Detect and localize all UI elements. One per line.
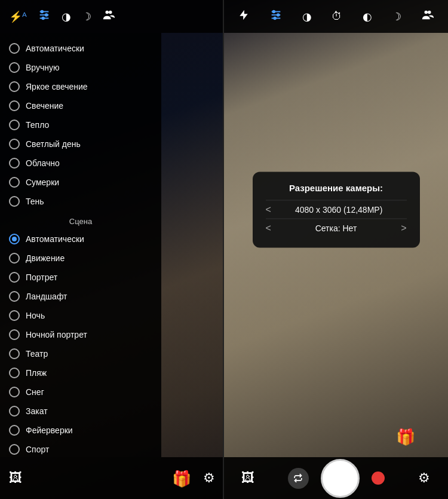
right-top-toolbar: ◑ ⏱ ◐ ☽ — [224, 0, 448, 33]
radio-sneg — [9, 387, 20, 397]
resolution-popup: Разрешение камеры: < 4080 x 3060 (12,48M… — [253, 172, 420, 247]
people-icon[interactable] — [99, 5, 118, 27]
menu-label-sumerki: Сумерки — [26, 177, 59, 187]
timer-icon-right[interactable]: ⏱ — [329, 7, 345, 26]
svg-point-16 — [428, 11, 431, 14]
menu-item-feyerverki[interactable]: Фейерверки — [0, 421, 161, 440]
gift-icon-right[interactable]: 🎁 — [396, 428, 415, 446]
svg-point-4 — [45, 14, 48, 16]
grid-row: < Сетка: Нет > — [266, 218, 407, 237]
radio-dvizhenie — [9, 253, 20, 264]
left-bottom-toolbar: 🖼 🎁 ⚙ — [0, 457, 224, 499]
moon-icon-right[interactable]: ☽ — [389, 7, 404, 26]
menu-item-landshaft[interactable]: Ландшафт — [0, 287, 161, 306]
menu-label-yarkoe: Яркое свечение — [26, 82, 88, 91]
right-panel: ◑ ⏱ ◐ ☽ Разрешение камеры: < 4080 x 3060… — [224, 0, 448, 499]
right-bottom-toolbar: 🖼 ⚙ — [224, 457, 448, 499]
menu-item-yarkoe[interactable]: Яркое свечение — [0, 77, 161, 96]
svg-point-6 — [106, 11, 109, 14]
contrast-icon-right[interactable]: ◐ — [360, 7, 375, 26]
menu-label-landshaft: Ландшафт — [26, 292, 67, 301]
camera-switch-button[interactable] — [288, 468, 309, 489]
svg-point-13 — [277, 14, 280, 16]
menu-item-zakat[interactable]: Закат — [0, 402, 161, 421]
menu-label-feyerverki: Фейерверки — [26, 425, 73, 435]
scene-section-title: Сцена — [0, 211, 161, 229]
radio-teatr — [9, 348, 20, 359]
radio-landshaft — [9, 291, 20, 302]
grid-value: Сетка: Нет — [271, 223, 401, 232]
menu-label-teatr: Театр — [26, 349, 48, 359]
shutter-button[interactable] — [321, 459, 360, 498]
menu-item-sneg[interactable]: Снег — [0, 382, 161, 402]
radio-plyazh — [9, 368, 20, 378]
radio-zakat — [9, 406, 20, 417]
left-panel: ⚡ᴬ ◑ ☽ Автоматически Вручную — [0, 0, 224, 499]
menu-item-vruchnuyu[interactable]: Вручную — [0, 58, 161, 77]
settings-icon-left[interactable]: ⚙ — [203, 470, 215, 486]
menu-item-ten[interactable]: Тень — [0, 192, 161, 211]
menu-label-dvizhenie: Движение — [26, 253, 65, 263]
menu-item-teplo[interactable]: Тепло — [0, 115, 161, 134]
grid-arrow-left[interactable]: < — [266, 222, 271, 233]
resolution-arrow-left[interactable]: < — [266, 204, 271, 215]
record-button[interactable] — [372, 472, 385, 485]
radio-portret — [9, 272, 20, 283]
menu-label-svetliy: Светлый день — [26, 139, 81, 149]
people-icon-right[interactable] — [418, 5, 437, 27]
gallery-icon-left[interactable]: 🖼 — [9, 470, 22, 486]
gift-icon-left[interactable]: 🎁 — [172, 470, 191, 488]
menu-item-svetliy[interactable]: Светлый день — [0, 134, 161, 154]
menu-item-oblachno[interactable]: Облачно — [0, 154, 161, 173]
menu-item-noch[interactable]: Ночь — [0, 306, 161, 325]
half-circle-icon[interactable]: ◑ — [59, 7, 74, 26]
radio-sumerki — [9, 177, 20, 188]
filter-icon-right[interactable] — [266, 5, 286, 27]
resolution-value: 4080 x 3060 (12,48MP) — [271, 204, 407, 214]
svg-marker-8 — [240, 10, 247, 20]
radio-noch — [9, 310, 20, 321]
menu-label-sport: Спорт — [26, 445, 49, 454]
settings-area-right: ⚙ — [400, 470, 448, 486]
radio-ten — [9, 196, 20, 207]
menu-item-nochnoj-portret[interactable]: Ночной портрет — [0, 325, 161, 344]
flash-icon-right[interactable] — [235, 6, 253, 27]
menu-item-portret[interactable]: Портрет — [0, 268, 161, 287]
radio-feyerverki — [9, 425, 20, 436]
settings-icon-right[interactable]: ⚙ — [418, 470, 430, 486]
menu-label-vruchnuyu: Вручную — [26, 63, 60, 72]
menu-item-teatr[interactable]: Театр — [0, 344, 161, 363]
flash-auto-icon[interactable]: ⚡ᴬ — [6, 7, 30, 26]
svg-point-15 — [425, 11, 428, 14]
svg-point-3 — [41, 11, 44, 13]
menu-label-scene-avtomaticheski: Автоматически — [26, 234, 84, 244]
menu-item-dvizhenie[interactable]: Движение — [0, 249, 161, 268]
menu-label-teplo: Тепло — [26, 120, 49, 130]
menu-item-sport[interactable]: Спорт — [0, 440, 161, 457]
grid-arrow-right[interactable]: > — [401, 222, 406, 233]
left-top-toolbar: ⚡ᴬ ◑ ☽ — [0, 0, 224, 33]
radio-oblachno — [9, 158, 20, 169]
radio-svechenie — [9, 100, 20, 111]
filter-icon[interactable] — [35, 5, 54, 27]
radio-avtomaticheski — [9, 43, 20, 54]
menu-label-svechenie: Свечение — [26, 101, 63, 111]
menu-item-sumerki[interactable]: Сумерки — [0, 173, 161, 192]
exposure-icon-right[interactable]: ◑ — [299, 7, 315, 26]
menu-item-svechenie[interactable]: Свечение — [0, 96, 161, 115]
menu-item-avtomaticheski-top[interactable]: Автоматически — [0, 39, 161, 58]
gallery-area-right: 🖼 — [224, 470, 272, 486]
menu-label-avtomaticheski-top: Автоматически — [26, 44, 84, 53]
menu-item-plyazh[interactable]: Пляж — [0, 363, 161, 382]
menu-label-portret: Портрет — [26, 273, 57, 282]
radio-nochnoj-portret — [9, 329, 20, 340]
radio-sport — [9, 444, 20, 455]
menu-item-scene-avtomaticheski[interactable]: Автоматически — [0, 229, 161, 249]
menu-label-noch: Ночь — [26, 311, 45, 320]
center-controls — [272, 459, 400, 498]
gallery-icon-right[interactable]: 🖼 — [241, 470, 254, 486]
camera-bg-right — [224, 0, 448, 499]
wb-menu: Автоматически Вручную Яркое свечение Све… — [0, 33, 161, 457]
svg-point-7 — [109, 11, 112, 14]
moon-icon[interactable]: ☽ — [79, 7, 94, 26]
